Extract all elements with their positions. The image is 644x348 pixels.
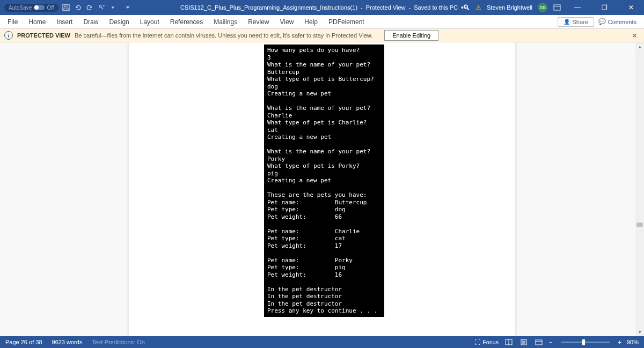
tab-insert[interactable]: Insert <box>51 15 78 28</box>
scroll-track[interactable] <box>635 51 644 328</box>
minimize-button[interactable]: — <box>567 0 588 15</box>
protected-label: PROTECTED VIEW <box>17 32 70 39</box>
maximize-button[interactable]: ❐ <box>594 0 615 15</box>
print-layout-icon[interactable] <box>519 338 529 346</box>
read-mode-icon[interactable] <box>504 338 514 346</box>
share-button[interactable]: 👤Share <box>558 17 594 27</box>
comments-button[interactable]: 💬Comments <box>596 17 639 26</box>
svg-point-3 <box>99 5 101 8</box>
focus-icon: ⛶ <box>474 339 480 345</box>
document-title: CSIS112_C_Plus_Plus_Programming_Assignme… <box>180 4 464 11</box>
chevron-down-icon[interactable]: ▾ <box>109 3 118 12</box>
zoom-thumb[interactable] <box>582 339 585 345</box>
tab-draw[interactable]: Draw <box>78 15 104 28</box>
scroll-down-icon[interactable]: ▾ <box>635 328 644 336</box>
doc-filename: CSIS112_C_Plus_Plus_Programming_Assignme… <box>180 4 357 11</box>
vertical-scrollbar[interactable]: ▴ ▾ <box>635 42 644 336</box>
document-page: How many pets do you have? 3 What is the… <box>129 42 515 336</box>
status-bar: Page 26 of 38 9623 words Text Prediction… <box>0 336 644 348</box>
svg-rect-4 <box>554 5 560 10</box>
console-output: How many pets do you have? 3 What is the… <box>264 45 384 317</box>
user-name[interactable]: Steven Brightwell <box>487 4 532 11</box>
autosave-state: Off <box>47 5 54 11</box>
svg-rect-1 <box>64 8 68 10</box>
autosave-toggle[interactable]: AutoSave Off <box>4 4 58 12</box>
tab-help[interactable]: Help <box>299 15 323 28</box>
ribbon-display-icon[interactable] <box>553 3 561 12</box>
zoom-in-button[interactable]: + <box>618 339 621 345</box>
tab-review[interactable]: Review <box>243 15 274 28</box>
scroll-up-icon[interactable]: ▴ <box>635 42 644 51</box>
document-area: How many pets do you have? 3 What is the… <box>0 42 644 336</box>
tab-pdfelement[interactable]: PDFelement <box>323 15 370 28</box>
close-button[interactable]: ✕ <box>620 0 642 15</box>
title-dropdown-icon[interactable]: ▾ <box>461 5 464 10</box>
tab-design[interactable]: Design <box>104 15 134 28</box>
word-count[interactable]: 9623 words <box>52 339 83 345</box>
qat-overflow-icon[interactable]: ⏷ <box>124 3 133 12</box>
autosave-label: AutoSave <box>9 5 32 11</box>
protected-view-bar: i PROTECTED VIEW Be careful—files from t… <box>0 29 644 42</box>
title-bar: AutoSave Off ▾ ⏷ CSIS112_C_Plus_Plus_Pro… <box>0 0 644 15</box>
scroll-thumb[interactable] <box>636 223 643 227</box>
protected-close-icon[interactable]: ✕ <box>630 32 640 40</box>
svg-rect-12 <box>536 340 542 345</box>
tab-mailings[interactable]: Mailings <box>208 15 243 28</box>
protected-message: Be careful—files from the Internet can c… <box>75 32 372 39</box>
tab-file[interactable]: File <box>2 15 23 28</box>
doc-mode: Protected View <box>366 4 406 11</box>
tab-home[interactable]: Home <box>23 15 51 28</box>
text-predictions[interactable]: Text Predictions: On <box>92 339 144 345</box>
save-status: Saved to this PC <box>414 4 458 11</box>
ribbon-tabs: File Home Insert Draw Design Layout Refe… <box>0 15 644 29</box>
save-icon[interactable] <box>62 3 70 12</box>
warning-icon[interactable]: ⚠ <box>475 4 481 11</box>
tab-layout[interactable]: Layout <box>135 15 165 28</box>
enable-editing-button[interactable]: Enable Editing <box>384 30 438 41</box>
zoom-out-button[interactable]: − <box>549 339 552 345</box>
focus-mode[interactable]: ⛶Focus <box>474 339 499 345</box>
quick-access-icon[interactable] <box>97 3 106 12</box>
web-layout-icon[interactable] <box>534 338 544 346</box>
svg-rect-2 <box>64 5 67 6</box>
redo-icon[interactable] <box>85 3 94 12</box>
zoom-slider[interactable] <box>561 342 610 343</box>
autosave-switch[interactable] <box>34 5 45 10</box>
info-icon: i <box>4 31 13 40</box>
page-indicator[interactable]: Page 26 of 38 <box>5 339 42 345</box>
tab-references[interactable]: References <box>165 15 208 28</box>
undo-icon[interactable] <box>74 3 82 12</box>
tab-view[interactable]: View <box>275 15 299 28</box>
user-avatar[interactable]: SB <box>538 3 547 12</box>
zoom-level[interactable]: 90% <box>627 339 639 345</box>
